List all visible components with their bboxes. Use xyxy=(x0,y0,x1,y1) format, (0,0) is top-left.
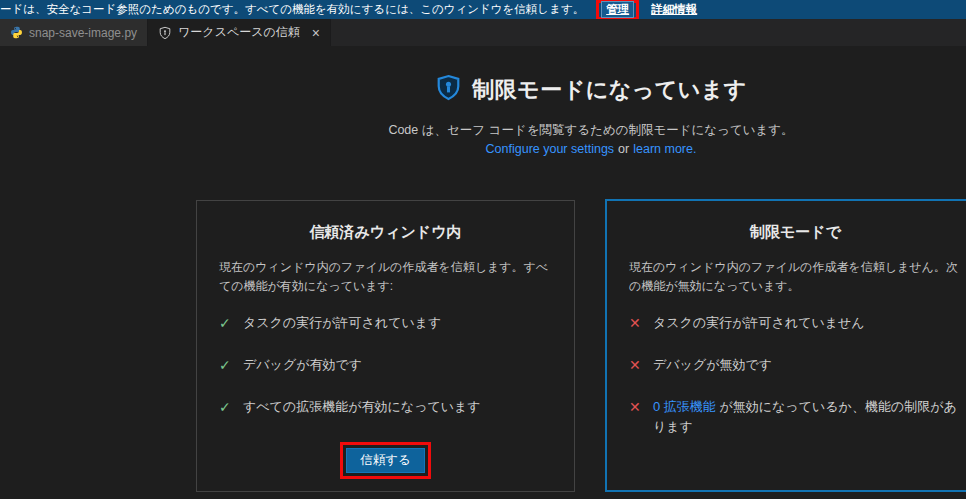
extensions-count-link[interactable]: 0 拡張機能 xyxy=(653,399,716,414)
restricted-feature-list: ✕ タスクの実行が許可されていません ✕ デバッグが無効です ✕ 0 拡張機能 … xyxy=(629,313,962,436)
list-item-label: タスクの実行が許可されていません xyxy=(653,313,865,333)
editor-tab-bar: snap-save-image.py ワークスペースの信頼 × xyxy=(0,19,966,46)
configure-settings-link[interactable]: Configure your settings xyxy=(486,142,615,156)
list-item: ✓ デバッグが有効です xyxy=(219,355,552,376)
annotation-box-trust-button: 信頼する xyxy=(340,442,431,479)
page-title: 制限モードになっています xyxy=(472,75,747,105)
tab-label: snap-save-image.py xyxy=(29,26,137,40)
list-item-label: すべての拡張機能が有効になっています xyxy=(243,397,481,417)
cross-icon: ✕ xyxy=(629,397,643,418)
or-text: or xyxy=(618,142,629,156)
details-link[interactable]: 詳細情報 xyxy=(651,2,697,17)
cross-icon: ✕ xyxy=(629,313,643,334)
tab-workspace-trust[interactable]: ワークスペースの信頼 × xyxy=(148,19,331,46)
list-item-label: デバッグが無効です xyxy=(653,355,772,375)
trusted-panel-description: 現在のウィンドウ内のファイルの作成者を信頼します。すべての機能が有効になっていま… xyxy=(219,258,552,295)
manage-link[interactable]: 管理 xyxy=(601,1,634,18)
list-item: ✕ デバッグが無効です xyxy=(629,355,962,376)
trust-button[interactable]: 信頼する xyxy=(346,448,425,473)
annotation-box-manage: 管理 xyxy=(596,0,639,20)
banner-message: ードは、安全なコード参照のためのものです。すべての機能を有効にするには、このウィ… xyxy=(0,2,584,17)
check-icon: ✓ xyxy=(219,313,233,334)
shield-icon xyxy=(158,26,172,40)
shield-lock-icon xyxy=(435,74,462,105)
list-item-label: タスクの実行が許可されています xyxy=(243,313,441,333)
list-item: ✕ タスクの実行が許可されていません xyxy=(629,313,962,334)
learn-more-link[interactable]: learn more. xyxy=(633,142,696,156)
list-item: ✓ すべての拡張機能が有効になっています xyxy=(219,397,552,418)
tab-label: ワークスペースの信頼 xyxy=(178,24,300,41)
restricted-panel-description: 現在のウィンドウ内のファイルの作成者を信頼しません。次の機能が無効になっています… xyxy=(629,258,962,295)
cross-icon: ✕ xyxy=(629,355,643,376)
trusted-panel-title: 信頼済みウィンドウ内 xyxy=(219,223,552,242)
list-item: ✕ 0 拡張機能 が無効になっているか、機能の制限があります xyxy=(629,397,962,436)
python-file-icon xyxy=(10,26,23,39)
close-icon[interactable]: × xyxy=(312,26,320,40)
restricted-mode-hero: 制限モードになっています Code は、セーフ コードを閲覧するための制限モード… xyxy=(196,46,966,156)
trusted-feature-list: ✓ タスクの実行が許可されています ✓ デバッグが有効です ✓ すべての拡張機能… xyxy=(219,313,552,418)
restricted-panel-title: 制限モードで xyxy=(629,223,962,242)
restricted-mode-panel: 制限モードで 現在のウィンドウ内のファイルの作成者を信頼しません。次の機能が無効… xyxy=(605,199,966,492)
list-item-label: デバッグが有効です xyxy=(243,355,362,375)
check-icon: ✓ xyxy=(219,397,233,418)
check-icon: ✓ xyxy=(219,355,233,376)
workspace-trust-banner: ードは、安全なコード参照のためのものです。すべての機能を有効にするには、このウィ… xyxy=(0,0,966,19)
tab-snap-save-image[interactable]: snap-save-image.py xyxy=(0,19,148,46)
trusted-window-panel: 信頼済みウィンドウ内 現在のウィンドウ内のファイルの作成者を信頼します。すべての… xyxy=(196,200,575,492)
list-item-label: 0 拡張機能 が無効になっているか、機能の制限があります xyxy=(653,397,962,436)
list-item: ✓ タスクの実行が許可されています xyxy=(219,313,552,334)
hero-subtitle: Code は、セーフ コードを閲覧するための制限モードになっています。 xyxy=(196,122,966,139)
